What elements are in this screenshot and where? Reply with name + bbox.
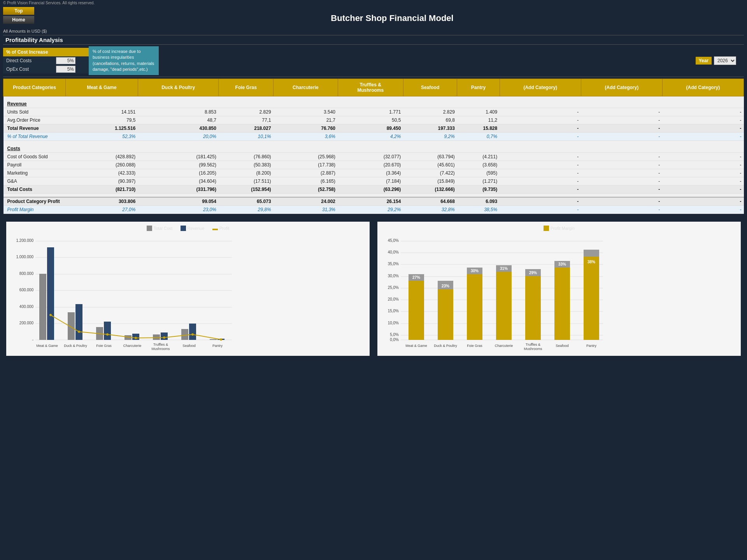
top-button[interactable]: Top bbox=[3, 7, 34, 15]
total-rev-add3: - bbox=[662, 124, 743, 133]
ga-truffles: (7.184) bbox=[338, 177, 403, 185]
total-rev-pantry: 15.828 bbox=[457, 124, 500, 133]
pct-rev-charc: 3,6% bbox=[274, 133, 338, 141]
mkt-foie: (8.200) bbox=[219, 169, 274, 177]
home-button[interactable]: Home bbox=[3, 16, 34, 24]
units-sold-label: Units Sold bbox=[4, 108, 66, 116]
svg-text:30%: 30% bbox=[471, 269, 479, 273]
profit-dot-truffles bbox=[163, 336, 165, 339]
legend-box-margin bbox=[544, 226, 549, 231]
profit-add1: - bbox=[500, 197, 581, 206]
ga-add3: - bbox=[662, 177, 743, 185]
legend-total-cost: Total Cost bbox=[147, 226, 173, 231]
payroll-charc: (17.738) bbox=[274, 161, 338, 169]
profit-dot-charc bbox=[135, 337, 137, 339]
cogs-truffles: (32.077) bbox=[338, 152, 403, 161]
legend-label-margin: Profit Margin bbox=[551, 226, 575, 231]
bar-rev-duck bbox=[75, 304, 82, 340]
opex-label: OpEx Cost bbox=[6, 66, 53, 72]
tc-meat: (821.710) bbox=[66, 185, 138, 193]
tc-seafood: (132.666) bbox=[403, 185, 457, 193]
avg-price-pantry: 11,2 bbox=[457, 116, 500, 124]
pct-rev-add2: - bbox=[581, 133, 662, 141]
svg-text:Truffles &: Truffles & bbox=[526, 343, 540, 346]
col-header-seafood: Seafood bbox=[403, 79, 457, 96]
mkt-charc: (2.887) bbox=[274, 169, 338, 177]
charts-area: Total Cost Revenue Profit 1.200.000 1.00… bbox=[3, 214, 744, 364]
pct-rev-add3: - bbox=[662, 133, 743, 141]
ga-add1: - bbox=[500, 177, 581, 185]
svg-text:27%: 27% bbox=[412, 275, 420, 280]
ga-label: G&A bbox=[4, 177, 66, 185]
svg-text:Truffles &: Truffles & bbox=[153, 343, 168, 346]
svg-text:Duck & Poultry: Duck & Poultry bbox=[434, 344, 457, 348]
tc-add2: - bbox=[581, 185, 662, 193]
category-profit-row: Product Category Profit 303.806 99.054 6… bbox=[4, 197, 744, 206]
svg-text:400.000: 400.000 bbox=[19, 304, 34, 309]
svg-text:-: - bbox=[32, 338, 33, 342]
svg-text:10,0%: 10,0% bbox=[388, 321, 399, 325]
svg-text:33%: 33% bbox=[558, 262, 566, 266]
marketing-row: Marketing (42.333) (16.205) (8.200) (2.8… bbox=[4, 169, 744, 177]
pct-rev-foie: 10,1% bbox=[219, 133, 274, 141]
profit-dot-meat bbox=[49, 314, 52, 316]
bar-cost-truffles bbox=[153, 334, 160, 340]
opex-input[interactable] bbox=[56, 66, 75, 73]
legend-revenue: Revenue bbox=[181, 226, 205, 231]
units-sold-add3: - bbox=[662, 108, 743, 116]
bar-rev-meat bbox=[47, 247, 54, 340]
profitability-table: Product Categories Meat & Game Duck & Po… bbox=[3, 79, 744, 214]
profit-dot-duck bbox=[78, 331, 80, 333]
direct-costs-input[interactable] bbox=[56, 57, 75, 64]
mkt-add3: - bbox=[662, 169, 743, 177]
svg-text:Meat & Game: Meat & Game bbox=[36, 344, 58, 348]
profit-charc: 24.002 bbox=[274, 197, 338, 206]
total-rev-foie: 218.027 bbox=[219, 124, 274, 133]
cogs-duck: (181.425) bbox=[138, 152, 219, 161]
pct-rev-seafood: 9,2% bbox=[403, 133, 457, 141]
margin-foie: 29,8% bbox=[219, 206, 274, 214]
profit-truffles: 26.154 bbox=[338, 197, 403, 206]
col-header-duck: Duck & Poultry bbox=[138, 79, 219, 96]
margin-seafood: 32,8% bbox=[403, 206, 457, 214]
section-title: Profitability Analysis bbox=[3, 35, 744, 45]
svg-text:45,0%: 45,0% bbox=[388, 238, 399, 243]
units-sold-charc: 3.540 bbox=[274, 108, 338, 116]
payroll-add2: - bbox=[581, 161, 662, 169]
pct-rev-meat: 52,3% bbox=[66, 133, 138, 141]
revenue-label: Revenue bbox=[4, 100, 66, 108]
legend-margin: Profit Margin bbox=[544, 226, 575, 231]
spacer-row bbox=[4, 96, 744, 100]
svg-text:31%: 31% bbox=[500, 266, 508, 271]
pct-rev-duck: 20,0% bbox=[138, 133, 219, 141]
svg-text:5,0%: 5,0% bbox=[390, 332, 399, 337]
units-sold-add1: - bbox=[500, 108, 581, 116]
svg-text:20,0%: 20,0% bbox=[388, 297, 399, 301]
costs-section-header: Costs bbox=[4, 145, 744, 153]
bar-margin-meat bbox=[409, 281, 424, 340]
mkt-meat: (42.333) bbox=[66, 169, 138, 177]
payroll-row: Payroll (260.088) (99.562) (50.383) (17.… bbox=[4, 161, 744, 169]
avg-price-seafood: 69,8 bbox=[403, 116, 457, 124]
chart2-svg: 45,0% 40,0% 35,0% 30,0% 25,0% 20,0% 15,0… bbox=[381, 234, 607, 351]
legend-label-revenue: Revenue bbox=[188, 226, 205, 231]
bar-margin-duck bbox=[438, 289, 453, 340]
table-header-row: Product Categories Meat & Game Duck & Po… bbox=[4, 79, 744, 96]
bar-margin-seafood bbox=[554, 268, 570, 340]
margin-add3: - bbox=[662, 206, 743, 214]
legend-box-cost bbox=[147, 226, 152, 231]
pct-revenue-row: % of Total Revenue 52,3% 20,0% 10,1% 3,6… bbox=[4, 133, 744, 141]
legend-box-profit bbox=[212, 229, 218, 230]
units-sold-pantry: 1.409 bbox=[457, 108, 500, 116]
margin-pantry: 38,5% bbox=[457, 206, 500, 214]
costs-label: Costs bbox=[4, 145, 66, 153]
svg-text:Duck & Poultry: Duck & Poultry bbox=[64, 344, 87, 348]
col-header-truffles: Truffles &Mushrooms bbox=[338, 79, 403, 96]
mkt-pantry: (595) bbox=[457, 169, 500, 177]
col-header-pantry: Pantry bbox=[457, 79, 500, 96]
pct-rev-pantry: 0,7% bbox=[457, 133, 500, 141]
year-select[interactable]: 2026 2025 2027 bbox=[714, 56, 736, 65]
profit-dot-seafood bbox=[191, 333, 194, 336]
profit-dot-pantry bbox=[220, 338, 222, 341]
payroll-seafood: (45.601) bbox=[403, 161, 457, 169]
